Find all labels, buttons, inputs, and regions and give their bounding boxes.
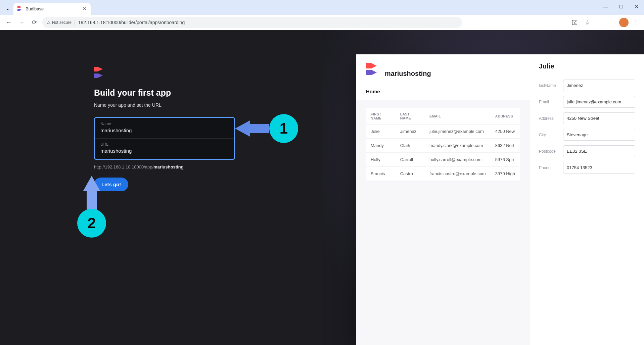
preview-pane: mariushosting Home FIRST NAME LAST NAME …	[322, 30, 644, 345]
detail-title: Julie	[539, 62, 635, 70]
page-subtitle: Name your app and set the URL	[94, 102, 322, 108]
annotation-step-2: 2	[77, 176, 106, 238]
col-lastname[interactable]: LAST NAME	[396, 108, 425, 125]
url-text: 192.168.1.18:10000/builder/portal/apps/o…	[78, 20, 185, 25]
table-row[interactable]: Mandy Clark mandy.clark@example.com 8632…	[366, 139, 520, 153]
browser-chrome: ⌄ Budibase ✕ — ☐ ✕ ← → ⟳ ⚠ Not secure | …	[0, 0, 644, 30]
browser-tab[interactable]: Budibase ✕	[13, 3, 91, 15]
tab-search-dropdown[interactable]: ⌄	[3, 3, 12, 13]
profile-avatar[interactable]	[619, 18, 629, 27]
address-input[interactable]	[563, 112, 635, 124]
password-key-icon[interactable]: ⚿	[570, 18, 580, 27]
preview-window: mariushosting Home FIRST NAME LAST NAME …	[356, 54, 644, 345]
app-fields-group: Name URL	[94, 117, 235, 160]
security-chip[interactable]: ⚠ Not secure	[47, 20, 72, 25]
preview-body: FIRST NAME LAST NAME EMAIL ADDRESS Julie…	[356, 100, 530, 345]
preview-logo-icon	[366, 63, 379, 75]
field-city: City	[539, 129, 635, 141]
budibase-logo-icon	[94, 67, 107, 79]
svg-rect-0	[17, 6, 19, 8]
url-input-app[interactable]	[100, 148, 229, 154]
field-postcode: Postcode	[539, 145, 635, 157]
preview-nav-home[interactable]: Home	[356, 89, 530, 100]
preview-main: mariushosting Home FIRST NAME LAST NAME …	[356, 54, 530, 345]
window-maximize-icon[interactable]: ☐	[616, 2, 626, 11]
preview-header: mariushosting	[356, 54, 530, 89]
app-url-helper: http://192.168.1.18:10000/app/mariushost…	[94, 164, 322, 169]
arrow-left-icon	[235, 120, 250, 137]
svg-rect-2	[17, 9, 19, 11]
lastname-input[interactable]	[563, 80, 635, 91]
table-row[interactable]: Holly Carroll holly.carroll@example.com …	[366, 153, 520, 167]
tab-title: Budibase	[26, 6, 44, 11]
svg-marker-1	[19, 6, 21, 8]
table-row[interactable]: Francis Castro francis.castro@example.co…	[366, 167, 520, 181]
city-input[interactable]	[563, 129, 635, 141]
name-input[interactable]	[100, 128, 229, 133]
svg-marker-3	[19, 9, 21, 11]
nav-reload-button[interactable]: ⟳	[30, 18, 39, 27]
url-input[interactable]: ⚠ Not secure | 192.168.1.18:10000/builde…	[42, 17, 462, 28]
window-minimize-icon[interactable]: —	[601, 2, 610, 11]
url-field[interactable]: URL	[95, 139, 234, 159]
nav-forward-button[interactable]: →	[17, 18, 26, 27]
arrow-up-icon	[83, 176, 100, 210]
url-label: URL	[100, 142, 229, 147]
preview-detail-panel: Julie lastName Email Address City	[530, 54, 644, 345]
not-secure-label: Not secure	[52, 20, 72, 25]
onboarding-panel: Build your first app Name your app and s…	[0, 30, 322, 345]
field-phone: Phone	[539, 162, 635, 174]
data-table: FIRST NAME LAST NAME EMAIL ADDRESS Julie…	[366, 108, 520, 181]
preview-app-title: mariushosting	[385, 70, 431, 78]
window-close-icon[interactable]: ✕	[632, 2, 641, 11]
page-title: Build your first app	[94, 88, 322, 98]
warning-icon: ⚠	[47, 20, 51, 25]
nav-back-button[interactable]: ←	[4, 18, 13, 27]
budibase-favicon	[17, 6, 23, 11]
bookmark-star-icon[interactable]: ☆	[583, 18, 592, 27]
col-address[interactable]: ADDRESS	[491, 108, 520, 125]
step-badge-2: 2	[77, 209, 106, 238]
browser-menu-icon[interactable]: ⋮	[632, 19, 640, 26]
field-address: Address	[539, 112, 635, 124]
step-badge-1: 1	[269, 114, 298, 143]
field-email: Email	[539, 96, 635, 108]
annotation-step-1: 1	[235, 114, 298, 143]
tab-bar: ⌄ Budibase ✕	[0, 0, 644, 15]
name-label: Name	[100, 121, 229, 126]
app-viewport: Build your first app Name your app and s…	[0, 30, 644, 345]
postcode-input[interactable]	[563, 145, 635, 157]
col-firstname[interactable]: FIRST NAME	[366, 108, 396, 125]
field-lastname: lastName	[539, 80, 635, 91]
tab-close-icon[interactable]: ✕	[83, 6, 87, 11]
address-bar: ← → ⟳ ⚠ Not secure | 192.168.1.18:10000/…	[0, 15, 644, 30]
col-email[interactable]: EMAIL	[425, 108, 491, 125]
phone-input[interactable]	[563, 162, 635, 174]
name-field[interactable]: Name	[95, 118, 234, 139]
window-controls: — ☐ ✕	[601, 2, 641, 11]
email-input[interactable]	[563, 96, 635, 108]
table-row[interactable]: Julie Jimenez julie.jimenez@example.com …	[366, 125, 520, 139]
